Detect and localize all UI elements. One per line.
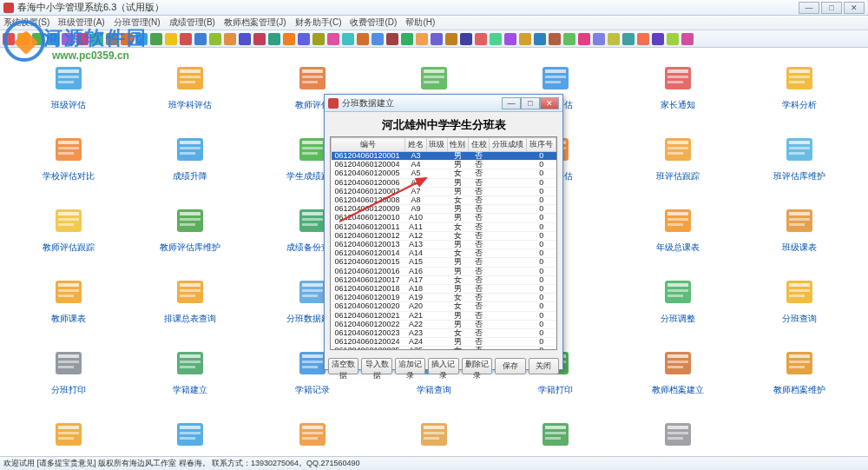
menu-item[interactable]: 财务助手(C) [295, 17, 342, 29]
menu-item[interactable]: 班级管理(A) [58, 17, 104, 29]
toolbar-button[interactable] [357, 33, 369, 45]
toolbar-button[interactable] [519, 33, 531, 45]
launcher-item[interactable]: 分班调整 [617, 270, 737, 336]
toolbar-button[interactable] [401, 33, 413, 45]
close-button[interactable]: ✕ [844, 2, 865, 14]
table-row[interactable]: 061204060120007A7男否0 [332, 187, 556, 195]
table-row[interactable]: 061204060120022A22男否0 [332, 320, 556, 328]
toolbar-button[interactable] [342, 33, 354, 45]
toolbar-button[interactable] [121, 33, 133, 45]
toolbar-button[interactable] [504, 33, 516, 45]
minimize-button[interactable]: — [799, 2, 819, 14]
toolbar-button[interactable] [283, 33, 295, 45]
menu-item[interactable]: 收费管理(D) [350, 17, 397, 29]
toolbar-button[interactable] [253, 33, 266, 45]
toolbar-button[interactable] [386, 33, 398, 45]
column-header[interactable]: 班序号 [527, 138, 556, 152]
table-row[interactable]: 061204060120008A8女否0 [332, 196, 556, 205]
toolbar-button[interactable] [681, 33, 694, 45]
table-row[interactable]: 061204060120023A23女否0 [332, 329, 556, 338]
table-row[interactable]: 061204060120010A10男否0 [332, 214, 556, 222]
launcher-item[interactable]: 教师档案建立 [617, 341, 737, 407]
table-row[interactable]: 061204060120021A21男否0 [332, 311, 556, 320]
launcher-item[interactable]: 班级评估 [9, 56, 128, 122]
toolbar-button[interactable] [578, 33, 590, 45]
toolbar-button[interactable] [652, 33, 664, 45]
table-row[interactable]: 061204060120016A16男否0 [332, 267, 556, 275]
toolbar-button[interactable] [312, 33, 325, 45]
table-row[interactable]: 061204060120020A20女否0 [332, 302, 556, 311]
dialog-close-button[interactable]: ✕ [540, 97, 559, 109]
toolbar-button[interactable] [534, 33, 546, 45]
toolbar-button[interactable] [135, 33, 148, 45]
column-header[interactable]: 住校 [468, 138, 489, 152]
toolbar-button[interactable] [76, 33, 89, 45]
toolbar-button[interactable] [416, 33, 428, 45]
dialog-button[interactable]: 清空数据 [328, 358, 358, 374]
toolbar-button[interactable] [91, 33, 103, 45]
column-header[interactable]: 班级 [426, 138, 447, 152]
toolbar-button[interactable] [224, 33, 236, 45]
toolbar-button[interactable] [445, 33, 457, 45]
launcher-item[interactable]: 班学科评估 [130, 56, 250, 122]
dialog-minimize-button[interactable]: — [502, 97, 521, 109]
launcher-item[interactable]: 教师档案维护 [740, 341, 859, 407]
launcher-item[interactable]: 学校评估对比 [9, 128, 128, 194]
dialog-button[interactable]: 关闭 [529, 358, 559, 374]
table-row[interactable]: 061204060120015A15男否0 [332, 258, 556, 267]
launcher-item[interactable]: 学籍建立 [130, 341, 250, 407]
toolbar-button[interactable] [490, 33, 502, 45]
menu-item[interactable]: 成绩管理(B) [169, 17, 215, 29]
toolbar-button[interactable] [593, 33, 605, 45]
toolbar-button[interactable] [47, 33, 59, 45]
table-row[interactable]: 061204060120009A9男否0 [332, 205, 556, 214]
toolbar-button[interactable] [637, 33, 649, 45]
toolbar-button[interactable] [431, 33, 443, 45]
launcher-item[interactable]: 教师评估库维护 [130, 199, 250, 265]
table-row[interactable]: 061204060120013A13男否0 [332, 241, 556, 249]
menu-item[interactable]: 系统设置(S) [3, 17, 49, 29]
menu-item[interactable]: 分班管理(N) [114, 17, 161, 29]
toolbar-button[interactable] [17, 33, 30, 45]
data-table[interactable]: 编号姓名班级性别住校分班成绩班序号061204060120001A3男否0061… [330, 136, 557, 350]
toolbar-button[interactable] [549, 33, 561, 45]
column-header[interactable]: 分班成绩 [490, 138, 527, 152]
toolbar-button[interactable] [239, 33, 251, 45]
table-row[interactable]: 061204060120018A18男否0 [332, 285, 556, 294]
table-row[interactable]: 061204060120024A24男否0 [332, 338, 556, 347]
dialog-button[interactable]: 导入数据 [361, 358, 391, 374]
launcher-item[interactable]: 排课总表查询 [130, 270, 250, 336]
toolbar-button[interactable] [298, 33, 310, 45]
toolbar-button[interactable] [460, 33, 472, 45]
column-header[interactable]: 性别 [447, 138, 468, 152]
dialog-button[interactable]: 删除记录 [462, 358, 492, 374]
launcher-item[interactable]: 班级课表 [740, 199, 859, 265]
toolbar-button[interactable] [106, 33, 118, 45]
toolbar-button[interactable] [475, 33, 487, 45]
table-row[interactable]: 061204060120017A17女否0 [332, 275, 556, 284]
toolbar-button[interactable] [32, 33, 44, 45]
launcher-item[interactable]: 教师课表 [9, 270, 128, 336]
menu-item[interactable]: 教师档案管理(J) [224, 17, 286, 29]
table-row[interactable]: 061204060120011A11女否0 [332, 222, 556, 231]
table-row[interactable]: 061204060120004A4男否0 [332, 161, 556, 169]
dialog-button[interactable]: 追加记录 [395, 358, 425, 374]
launcher-item[interactable]: 成绩升降 [130, 128, 250, 194]
table-row[interactable]: 061204060120014A14女否0 [332, 249, 556, 258]
toolbar-button[interactable] [563, 33, 575, 45]
launcher-item[interactable]: 教师评估跟踪 [9, 199, 128, 265]
toolbar-button[interactable] [372, 33, 384, 45]
launcher-item[interactable]: 班评估跟踪 [617, 128, 737, 194]
toolbar-button[interactable] [327, 33, 339, 45]
toolbar-button[interactable] [62, 33, 74, 45]
dialog-maximize-button[interactable]: □ [521, 97, 540, 109]
toolbar-button[interactable] [165, 33, 177, 45]
menu-item[interactable]: 帮助(H) [405, 17, 435, 29]
table-row[interactable]: 061204060120019A19女否0 [332, 294, 556, 302]
launcher-item[interactable]: 学科分析 [740, 56, 859, 122]
launcher-item[interactable]: 年级总课表 [617, 199, 737, 265]
maximize-button[interactable]: □ [821, 2, 842, 14]
toolbar-button[interactable] [209, 33, 221, 45]
launcher-item[interactable]: 分班查询 [740, 270, 859, 336]
table-row[interactable]: 061204060120025A25女否0 [332, 347, 556, 350]
